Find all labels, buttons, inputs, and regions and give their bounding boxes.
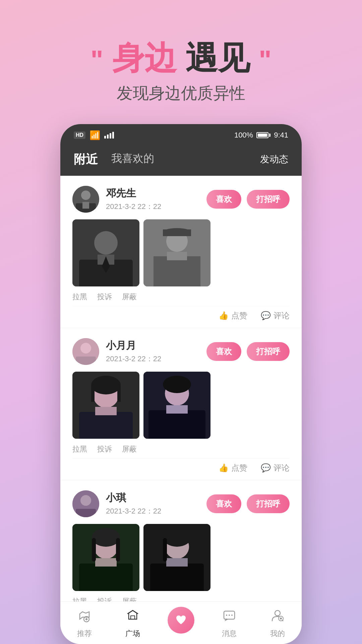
like-button-deng[interactable]: 喜欢 bbox=[206, 190, 241, 209]
nav-item-square[interactable]: 广场 bbox=[116, 608, 149, 639]
post-user-xiao: 小月月 2021-3-2 22：22 bbox=[72, 338, 161, 365]
hero-section: " 身边 遇见 " 发现身边优质异性 bbox=[0, 0, 362, 124]
post-user-qi: 小琪 2021-3-2 22：22 bbox=[72, 490, 161, 517]
svg-rect-24 bbox=[117, 385, 121, 402]
post-time-deng: 2021-3-2 22：22 bbox=[106, 202, 161, 212]
comment-action-xiao[interactable]: 💬 评论 bbox=[261, 463, 290, 473]
svg-rect-12 bbox=[167, 252, 187, 260]
user-info-xiao: 小月月 2021-3-2 22：22 bbox=[106, 339, 161, 364]
content-area: 邓先生 2021-3-2 22：22 喜欢 打招呼 bbox=[60, 176, 302, 601]
svg-rect-39 bbox=[116, 538, 120, 561]
like-action-deng[interactable]: 👍 点赞 bbox=[219, 310, 247, 321]
post-img-qi-1[interactable] bbox=[72, 524, 139, 591]
nav-label-square: 广场 bbox=[125, 629, 140, 639]
status-bar: HD 📶 100% 9:41 bbox=[60, 124, 302, 145]
like-action-xiao[interactable]: 👍 点赞 bbox=[219, 463, 247, 473]
svg-point-16 bbox=[80, 343, 91, 354]
comment-icon: 💬 bbox=[261, 311, 271, 320]
like-label-deng: 点赞 bbox=[231, 310, 247, 321]
nav-item-mine[interactable]: 我的 bbox=[261, 608, 294, 639]
tab-nearby[interactable]: 附近 bbox=[74, 151, 98, 168]
svg-point-52 bbox=[275, 610, 280, 616]
svg-rect-23 bbox=[91, 385, 95, 402]
blacklist-btn-deng[interactable]: 拉黑 bbox=[72, 292, 87, 302]
battery-pct: 100% bbox=[234, 131, 253, 140]
comment-label-xiao: 评论 bbox=[274, 463, 290, 473]
images-deng bbox=[72, 219, 290, 286]
signal-bar-2 bbox=[107, 135, 109, 139]
like-button-xiao[interactable]: 喜欢 bbox=[206, 342, 241, 361]
like-button-qi[interactable]: 喜欢 bbox=[206, 494, 241, 513]
images-qi bbox=[72, 524, 290, 591]
post-card-deng: 邓先生 2021-3-2 22：22 喜欢 打招呼 bbox=[60, 176, 302, 328]
svg-rect-11 bbox=[154, 256, 200, 286]
hero-title: " 身边 遇见 " bbox=[0, 40, 362, 76]
post-img-deng-1[interactable] bbox=[72, 219, 139, 286]
svg-point-29 bbox=[163, 376, 191, 393]
signal-bar-1 bbox=[104, 136, 106, 139]
svg-point-1 bbox=[81, 191, 90, 200]
avatar-qi bbox=[72, 490, 99, 517]
svg-point-49 bbox=[226, 614, 227, 616]
report-btn-xiao[interactable]: 投诉 bbox=[97, 444, 112, 454]
post-controls-deng: 拉黑 投诉 屏蔽 bbox=[72, 292, 290, 302]
svg-rect-3 bbox=[82, 202, 89, 209]
svg-rect-42 bbox=[150, 564, 204, 591]
call-button-xiao[interactable]: 打招呼 bbox=[247, 342, 290, 361]
svg-rect-35 bbox=[79, 564, 133, 591]
blacklist-btn-xiao[interactable]: 拉黑 bbox=[72, 444, 87, 454]
svg-point-54 bbox=[280, 618, 282, 620]
call-button-deng[interactable]: 打招呼 bbox=[247, 190, 290, 209]
svg-point-44 bbox=[163, 528, 191, 547]
post-footer-xiao: 👍 点赞 💬 评论 bbox=[72, 458, 290, 473]
post-header-qi: 小琪 2021-3-2 22：22 喜欢 打招呼 bbox=[72, 490, 290, 517]
user-info-qi: 小琪 2021-3-2 22：22 bbox=[106, 491, 161, 516]
thumb-up-icon-xiao: 👍 bbox=[219, 463, 229, 473]
post-img-qi-2[interactable] bbox=[143, 524, 210, 591]
square-icon bbox=[125, 608, 140, 627]
user-name-xiao: 小月月 bbox=[106, 339, 161, 353]
svg-rect-14 bbox=[163, 229, 191, 236]
svg-rect-43 bbox=[166, 558, 188, 567]
thumb-up-icon: 👍 bbox=[219, 311, 229, 320]
nav-item-center[interactable] bbox=[164, 613, 198, 634]
post-img-deng-2[interactable] bbox=[143, 219, 210, 286]
quote-close: " bbox=[259, 45, 272, 75]
blacklist-btn-qi[interactable]: 拉黑 bbox=[72, 596, 87, 601]
like-label-xiao: 点赞 bbox=[231, 463, 247, 473]
svg-rect-20 bbox=[79, 412, 133, 439]
post-img-xiao-2[interactable] bbox=[143, 372, 210, 439]
post-img-xiao-1[interactable] bbox=[72, 372, 139, 439]
report-btn-qi[interactable]: 投诉 bbox=[97, 596, 112, 601]
signal-bars bbox=[104, 132, 114, 139]
svg-point-5 bbox=[94, 231, 118, 255]
tab-liked[interactable]: 我喜欢的 bbox=[111, 151, 154, 168]
nav-item-recommend[interactable]: 推荐 bbox=[68, 608, 101, 639]
nav-tabs: 附近 我喜欢的 bbox=[74, 151, 154, 168]
nav-item-message[interactable]: 消息 bbox=[213, 608, 246, 639]
report-btn-deng[interactable]: 投诉 bbox=[97, 292, 112, 302]
mine-icon bbox=[270, 608, 285, 627]
svg-point-51 bbox=[231, 614, 233, 616]
post-controls-qi: 拉黑 投诉 屏蔽 bbox=[72, 596, 290, 601]
recommend-icon bbox=[77, 608, 92, 627]
avatar-deng bbox=[72, 186, 99, 213]
comment-action-deng[interactable]: 💬 评论 bbox=[261, 310, 290, 321]
post-action-button[interactable]: 发动态 bbox=[260, 153, 288, 166]
post-header-deng: 邓先生 2021-3-2 22：22 喜欢 打招呼 bbox=[72, 186, 290, 213]
post-actions-xiao: 喜欢 打招呼 bbox=[206, 342, 290, 361]
hero-title-part2: 遇见 bbox=[185, 40, 250, 76]
svg-point-37 bbox=[92, 528, 120, 547]
hide-btn-qi[interactable]: 屏蔽 bbox=[122, 596, 137, 601]
hide-btn-deng[interactable]: 屏蔽 bbox=[122, 292, 137, 302]
comment-icon-xiao: 💬 bbox=[261, 463, 271, 473]
user-name-deng: 邓先生 bbox=[106, 186, 161, 200]
call-button-qi[interactable]: 打招呼 bbox=[247, 494, 290, 513]
nav-label-recommend: 推荐 bbox=[77, 629, 92, 639]
post-actions-qi: 喜欢 打招呼 bbox=[206, 494, 290, 513]
comment-label-deng: 评论 bbox=[274, 310, 290, 321]
hide-btn-xiao[interactable]: 屏蔽 bbox=[122, 444, 137, 454]
center-heart-icon bbox=[168, 607, 194, 634]
quote-open: " bbox=[90, 45, 103, 75]
post-user-deng: 邓先生 2021-3-2 22：22 bbox=[72, 186, 161, 213]
